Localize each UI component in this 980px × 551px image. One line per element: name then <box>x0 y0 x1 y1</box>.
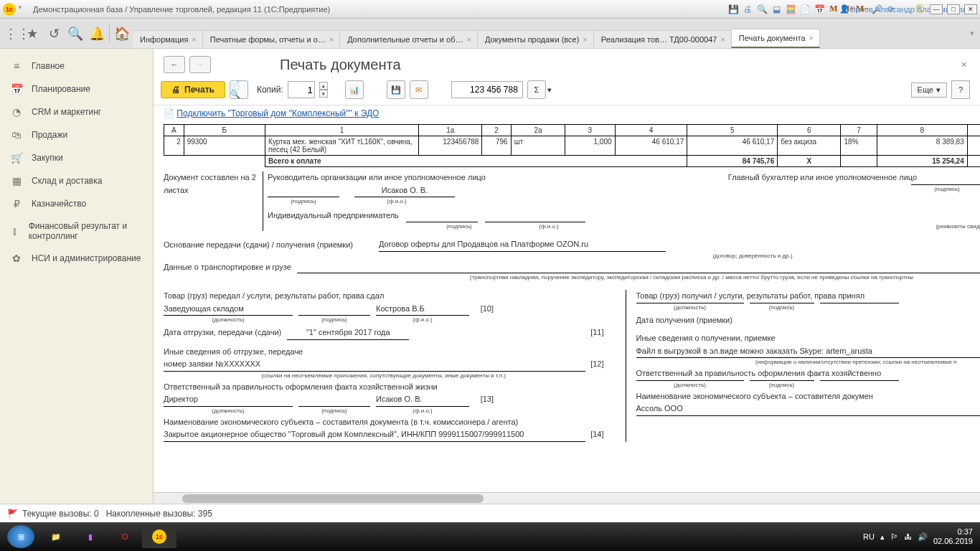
start-button[interactable]: ⊞ <box>7 525 34 548</box>
close-icon[interactable]: × <box>329 35 334 44</box>
preview-icon[interactable]: 🔍 <box>756 4 768 15</box>
tabs-dropdown-icon[interactable]: ▾ <box>964 29 980 38</box>
taskbar: ⊞ 📁 ▮ O 1c RU ▴ 🏳 🖧 🔊 0:37 02.06.2019 <box>0 522 980 551</box>
bell-icon[interactable]: 🔔 <box>86 23 108 44</box>
app-icon[interactable]: ▮ <box>73 525 108 548</box>
opera-icon[interactable]: O <box>108 525 142 548</box>
number-input[interactable] <box>451 81 523 98</box>
user-icon[interactable]: 👤 Орлов Александр Владимирович <box>900 4 911 15</box>
info-icon[interactable]: ⓘ <box>914 4 925 15</box>
status-bar: 🚩 Текущие вызовы: 0 Накопленные вызовы: … <box>0 504 980 522</box>
sidebar-item-purchases[interactable]: 🛒Закупки <box>0 146 153 169</box>
apps-icon[interactable]: ⋮⋮⋮ <box>0 23 22 44</box>
save-icon[interactable]: 💾 <box>727 4 739 15</box>
tab-sales-docs[interactable]: Документы продажи (все)× <box>477 30 594 48</box>
th-9: 9 <box>967 125 980 136</box>
sidebar-item-treasury[interactable]: ₽Казначейство <box>0 192 153 215</box>
explorer-icon[interactable]: 📁 <box>39 525 73 548</box>
app-dropdown-icon[interactable]: ▼ <box>17 4 27 14</box>
horizontal-scrollbar[interactable] <box>154 492 980 504</box>
dropdown-icon[interactable]: ▾ <box>547 85 552 95</box>
label: Руководитель организации или иное уполно… <box>268 173 486 182</box>
close-icon[interactable]: × <box>466 35 471 44</box>
close-icon[interactable]: × <box>583 35 587 44</box>
sidebar: ≡Главное 📅Планирование ◔CRM и маркетинг … <box>0 49 154 504</box>
bag-icon: 🛍 <box>10 129 23 141</box>
star-icon[interactable]: ★ <box>22 23 43 44</box>
home-icon[interactable]: 🏠 <box>111 23 133 44</box>
calc-icon[interactable]: 🧮 <box>785 4 796 15</box>
volume-icon[interactable]: 🔊 <box>918 532 928 542</box>
close-icon[interactable]: × <box>192 35 196 44</box>
1c-icon[interactable]: 1c <box>142 525 176 548</box>
th-3: 3 <box>565 125 615 136</box>
ruble-icon: ₽ <box>10 198 23 209</box>
print-icon[interactable]: 🖨 <box>742 4 753 15</box>
doc-icon[interactable]: 📄 <box>799 4 811 15</box>
copies-input[interactable] <box>288 81 315 98</box>
table-total-row: Всего к оплате 84 745,76 X 15 254,24 100… <box>164 156 981 167</box>
tray-up-icon[interactable]: ▴ <box>880 532 885 542</box>
cart-icon: 🛒 <box>10 152 23 164</box>
app-title: Демонстрационная база / Управление торго… <box>33 5 330 14</box>
gear-icon: ✿ <box>10 253 23 264</box>
th-5: 5 <box>687 125 778 136</box>
calendar-icon[interactable]: 📅 <box>814 4 825 15</box>
edo-link-row: 📄 Подключить "Торговый дом "Комплексный"… <box>154 105 980 124</box>
history-icon[interactable]: ↺ <box>43 23 65 44</box>
th-2a: 2а <box>511 125 565 136</box>
sidebar-item-planning[interactable]: 📅Планирование <box>0 77 153 100</box>
tab-print-forms[interactable]: Печатные формы, отчеты и о…× <box>202 30 340 48</box>
back-button[interactable]: ← <box>164 56 185 73</box>
value: Договор оферты для Продавцов на Платформ… <box>379 238 666 252</box>
sidebar-item-sales[interactable]: 🛍Продажи <box>0 123 153 146</box>
minimize-button[interactable]: — <box>930 4 943 14</box>
sum-button[interactable]: Σ <box>527 80 546 99</box>
flag-icon[interactable]: 🏳 <box>890 532 898 541</box>
tab-add-reports[interactable]: Дополнительные отчеты и об…× <box>339 30 478 48</box>
edit-table-button[interactable]: 📊 <box>345 80 364 99</box>
sidebar-item-warehouse[interactable]: ▦Склад и доставка <box>0 169 153 192</box>
forward-button[interactable]: → <box>189 56 211 73</box>
th-4: 4 <box>615 125 687 136</box>
app-logo-icon: 1c <box>3 3 16 16</box>
th-1a: 1а <box>419 125 482 136</box>
right-column: Товар (груз) получил / услуги, результат… <box>626 290 981 442</box>
pie-icon: ◔ <box>10 106 23 118</box>
maximize-button[interactable]: □ <box>947 4 960 14</box>
compare-icon[interactable]: ⬓ <box>771 4 782 15</box>
title-bar: 1c ▼ Демонстрационная база / Управление … <box>0 0 980 19</box>
save-button[interactable]: 💾 <box>387 80 405 99</box>
signer-value: Исаков О. В. <box>354 184 455 198</box>
network-icon[interactable]: 🖧 <box>904 532 912 541</box>
close-page-button[interactable]: × <box>958 56 970 73</box>
lang-indicator[interactable]: RU <box>863 532 875 541</box>
help-button[interactable]: ? <box>951 80 970 99</box>
copies-up[interactable]: ▲ <box>319 82 328 90</box>
close-button[interactable]: ✕ <box>964 4 977 14</box>
search-icon[interactable]: 🔍 <box>65 23 86 44</box>
m-icon[interactable]: M <box>828 4 839 15</box>
copies-down[interactable]: ▼ <box>319 90 328 98</box>
tab-info[interactable]: Информация× <box>133 30 203 48</box>
copies-label: Копий: <box>257 85 283 95</box>
status-accum: Накопленные вызовы: 395 <box>106 509 212 519</box>
tab-realization[interactable]: Реализация тов… ТД00-000047× <box>593 30 732 48</box>
email-button[interactable]: ✉ <box>410 80 428 99</box>
clock[interactable]: 0:37 02.06.2019 <box>933 527 973 546</box>
close-icon[interactable]: × <box>720 35 725 44</box>
page-title: Печать документа <box>280 57 401 73</box>
th-7: 7 <box>841 125 877 136</box>
preview-button[interactable]: 📄🔍 <box>230 80 248 99</box>
print-button[interactable]: 🖨Печать <box>161 81 225 98</box>
sidebar-item-finance[interactable]: ⫿Финансовый результат и контроллинг <box>0 215 153 247</box>
tab-print-doc[interactable]: Печать документа× <box>731 29 820 48</box>
sidebar-item-nsi[interactable]: ✿НСИ и администрирование <box>0 247 153 270</box>
sidebar-item-main[interactable]: ≡Главное <box>0 55 153 77</box>
close-icon[interactable]: × <box>809 34 814 42</box>
document-icon: 📄 <box>164 108 174 118</box>
sidebar-item-crm[interactable]: ◔CRM и маркетинг <box>0 100 153 123</box>
connect-edo-link[interactable]: Подключить "Торговый дом "Комплексный"" … <box>176 108 379 118</box>
more-button[interactable]: Еще ▾ <box>911 83 947 98</box>
printer-icon: 🖨 <box>171 85 180 95</box>
